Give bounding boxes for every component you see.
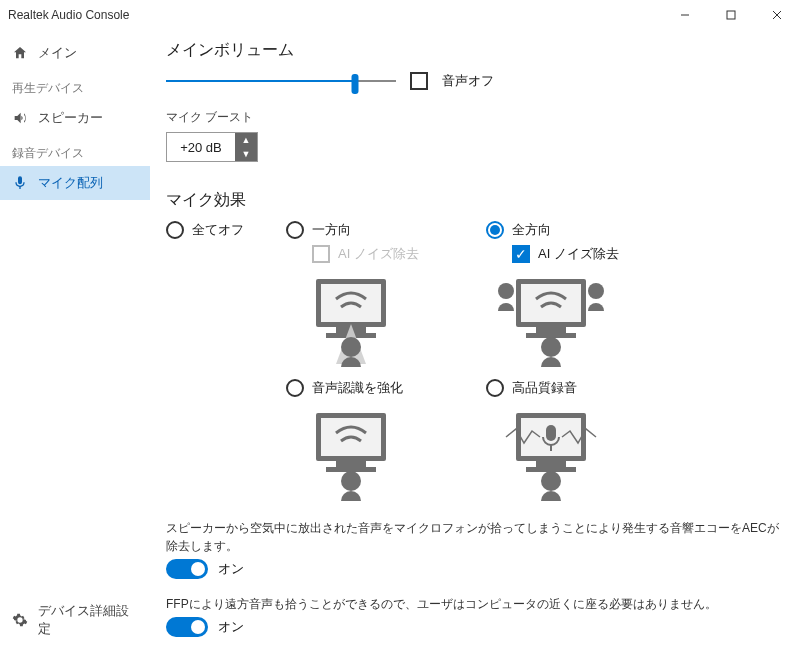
boost-spinbox[interactable]: +20 dB ▲ ▼ [166, 132, 258, 162]
ffp-description: FFPにより遠方音声も拾うことができるので、ユーザはコンピュータの近くに座る必要… [166, 595, 780, 613]
sidebar-speaker-label: スピーカー [38, 109, 103, 127]
illustration-hq-recording [486, 403, 616, 503]
sidebar-advanced-label: デバイス詳細設定 [38, 602, 138, 638]
radio-all-off[interactable]: 全てオフ [166, 221, 244, 239]
svg-rect-24 [536, 461, 566, 467]
boost-up-button[interactable]: ▲ [235, 133, 257, 147]
sidebar-main-label: メイン [38, 44, 77, 62]
ai-nr-omni-checkbox[interactable]: ✓ [512, 245, 530, 263]
radio-one-direction-label: 一方向 [312, 221, 351, 239]
maximize-button[interactable] [708, 0, 754, 30]
gear-icon [12, 612, 28, 628]
svg-point-28 [541, 471, 561, 491]
ai-nr-onedir-label: AI ノイズ除去 [338, 245, 419, 263]
svg-point-16 [541, 337, 561, 357]
svg-rect-1 [727, 11, 735, 19]
svg-rect-12 [536, 327, 566, 333]
close-button[interactable] [754, 0, 800, 30]
ai-nr-omni-label: AI ノイズ除去 [538, 245, 619, 263]
minimize-button[interactable] [662, 0, 708, 30]
volume-title: メインボリューム [166, 40, 780, 61]
aec-description: スピーカーから空気中に放出された音声をマイクロフォンが拾ってしまうことにより発生… [166, 519, 780, 555]
volume-slider[interactable] [166, 71, 396, 91]
radio-voice-recognition-label: 音声認識を強化 [312, 379, 403, 397]
sidebar-item-advanced[interactable]: デバイス詳細設定 [0, 594, 150, 646]
app-title: Realtek Audio Console [8, 8, 129, 22]
window-controls [662, 0, 800, 30]
microphone-icon [12, 175, 28, 191]
svg-point-14 [498, 283, 514, 299]
illustration-omni [486, 269, 616, 369]
sidebar-item-main[interactable]: メイン [0, 36, 150, 70]
illustration-one-direction [286, 269, 416, 369]
radio-one-direction[interactable]: 一方向 [286, 221, 351, 239]
radio-hq-recording[interactable]: 高品質録音 [486, 379, 577, 397]
aec-state-label: オン [218, 560, 244, 578]
home-icon [12, 45, 28, 61]
mute-checkbox[interactable] [410, 72, 428, 90]
ffp-state-label: オン [218, 618, 244, 636]
boost-value: +20 dB [167, 133, 235, 161]
aec-toggle[interactable] [166, 559, 208, 579]
boost-label: マイク ブースト [166, 109, 780, 126]
sidebar-mic-array-label: マイク配列 [38, 174, 103, 192]
sidebar-section-recording: 録音デバイス [0, 135, 150, 166]
illustration-voice-recognition [286, 403, 416, 503]
title-bar: Realtek Audio Console [0, 0, 800, 30]
boost-down-button[interactable]: ▼ [235, 147, 257, 161]
speaker-icon [12, 110, 28, 126]
radio-omni-label: 全方向 [512, 221, 551, 239]
svg-point-21 [341, 471, 361, 491]
effects-title: マイク効果 [166, 190, 780, 211]
radio-all-off-label: 全てオフ [192, 221, 244, 239]
svg-point-9 [341, 337, 361, 357]
radio-hq-recording-label: 高品質録音 [512, 379, 577, 397]
main-content: メインボリューム 音声オフ マイク ブースト +20 dB ▲ ▼ マイク効果 [150, 30, 800, 646]
ffp-toggle[interactable] [166, 617, 208, 637]
ai-nr-onedir-checkbox [312, 245, 330, 263]
sidebar-item-mic-array[interactable]: マイク配列 [0, 166, 150, 200]
radio-omni[interactable]: 全方向 [486, 221, 551, 239]
mute-label: 音声オフ [442, 72, 494, 90]
svg-rect-19 [336, 461, 366, 467]
radio-voice-recognition[interactable]: 音声認識を強化 [286, 379, 403, 397]
svg-rect-26 [546, 425, 556, 441]
sidebar: メイン 再生デバイス スピーカー 録音デバイス マイク配列 デバイス詳細設定 [0, 30, 150, 646]
sidebar-item-speaker[interactable]: スピーカー [0, 101, 150, 135]
svg-point-15 [588, 283, 604, 299]
sidebar-section-playback: 再生デバイス [0, 70, 150, 101]
